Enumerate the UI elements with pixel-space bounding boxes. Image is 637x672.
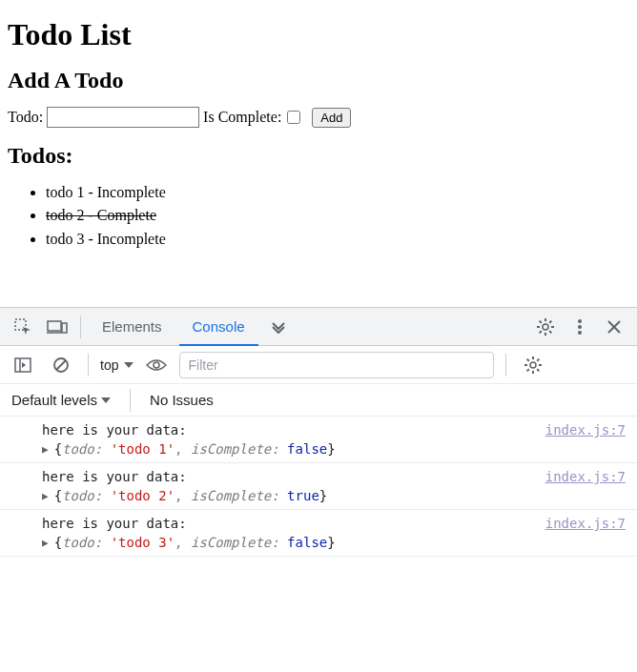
console-toolbar: top [0, 346, 637, 384]
filter-input[interactable] [179, 352, 494, 378]
close-icon[interactable] [599, 312, 629, 342]
svg-line-11 [540, 331, 542, 333]
divider [80, 316, 81, 338]
clear-console-icon[interactable] [46, 350, 76, 380]
log-levels-selector[interactable]: Default levels [11, 392, 111, 408]
context-selector[interactable]: top [100, 357, 134, 373]
svg-line-28 [527, 358, 529, 360]
expand-icon[interactable]: ▶ [42, 537, 49, 549]
divider [505, 354, 506, 377]
is-complete-checkbox[interactable] [287, 111, 300, 124]
gear-icon[interactable] [530, 312, 561, 342]
devtools-tab-bar: Elements Console [0, 308, 637, 346]
svg-point-15 [578, 331, 582, 335]
more-tabs-icon[interactable] [262, 320, 295, 334]
svg-point-13 [578, 319, 582, 323]
list-item: todo 2 - Complete [46, 205, 629, 226]
svg-line-12 [549, 320, 551, 322]
context-label: top [100, 357, 118, 373]
add-button[interactable]: Add [312, 108, 351, 128]
device-toggle-icon[interactable] [42, 312, 72, 342]
svg-line-30 [527, 369, 529, 371]
list-item: todo 1 - Incomplete [46, 182, 629, 203]
log-entry: here is your data: index.js:7 ▶ {todo: '… [0, 417, 637, 463]
levels-label: Default levels [11, 392, 97, 408]
issues-label: No Issues [150, 392, 214, 408]
source-link[interactable]: index.js:7 [545, 469, 626, 484]
svg-line-31 [538, 358, 540, 360]
source-link[interactable]: index.js:7 [545, 516, 626, 531]
svg-point-22 [154, 362, 159, 368]
kebab-icon[interactable] [565, 312, 595, 342]
sidebar-toggle-icon[interactable] [8, 350, 38, 380]
svg-line-21 [56, 360, 66, 370]
svg-point-4 [543, 324, 548, 330]
is-complete-label: Is Complete: [203, 109, 281, 126]
todo-list: todo 1 - Incomplete todo 2 - Complete to… [8, 182, 629, 250]
log-object[interactable]: {todo: 'todo 1', isComplete: false} [54, 441, 336, 457]
svg-point-23 [530, 362, 536, 368]
inspect-icon[interactable] [8, 312, 38, 342]
svg-line-29 [538, 369, 540, 371]
log-object[interactable]: {todo: 'todo 3', isComplete: false} [54, 535, 336, 550]
todo-label: Todo: [8, 109, 43, 126]
log-message: here is your data: [42, 422, 187, 438]
todo-input[interactable] [47, 107, 199, 128]
svg-point-14 [578, 325, 582, 329]
chevron-down-icon [101, 397, 111, 403]
levels-bar: Default levels No Issues [0, 384, 637, 417]
svg-rect-3 [62, 323, 67, 333]
chevron-down-icon [124, 362, 134, 368]
list-item: todo 3 - Incomplete [46, 229, 629, 250]
add-todo-form: Todo: Is Complete: Add [8, 107, 629, 128]
console-log: here is your data: index.js:7 ▶ {todo: '… [0, 417, 637, 557]
log-message: here is your data: [42, 516, 187, 531]
source-link[interactable]: index.js:7 [545, 422, 626, 438]
expand-icon[interactable]: ▶ [42, 443, 49, 456]
log-object[interactable]: {todo: 'todo 2', isComplete: true} [54, 488, 328, 503]
log-entry: here is your data: index.js:7 ▶ {todo: '… [0, 463, 637, 510]
devtools-panel: Elements Console [0, 307, 637, 557]
tab-elements[interactable]: Elements [89, 308, 175, 345]
expand-icon[interactable]: ▶ [42, 490, 49, 502]
svg-line-10 [549, 331, 551, 333]
divider [130, 389, 131, 412]
page-title: Todo List [8, 17, 629, 52]
tab-console[interactable]: Console [179, 308, 258, 345]
gear-icon[interactable] [518, 350, 548, 380]
divider [88, 354, 89, 377]
add-todo-heading: Add A Todo [8, 68, 629, 93]
eye-icon[interactable] [141, 350, 172, 380]
todos-heading: Todos: [8, 143, 629, 169]
log-message: here is your data: [42, 469, 187, 484]
svg-rect-1 [48, 321, 61, 331]
svg-line-9 [540, 320, 542, 322]
log-entry: here is your data: index.js:7 ▶ {todo: '… [0, 510, 637, 557]
